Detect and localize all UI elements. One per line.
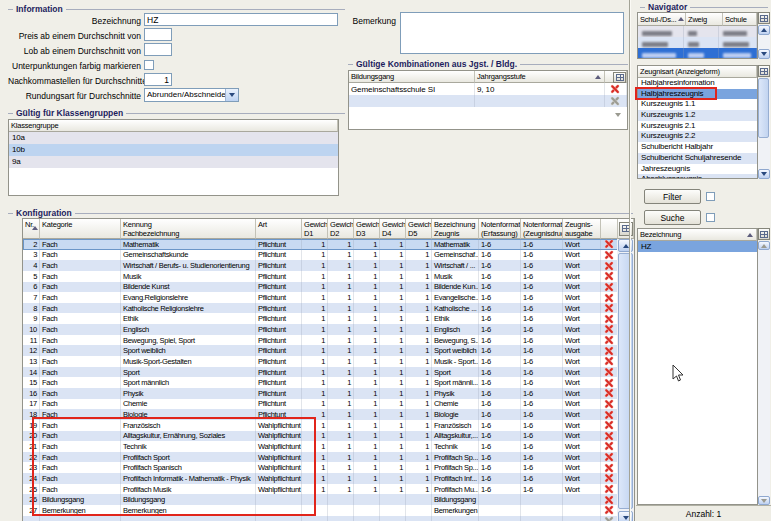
delete-row-button[interactable] bbox=[601, 484, 618, 495]
column-chooser-button[interactable] bbox=[613, 72, 626, 83]
konfiguration-row[interactable]: 15FachSport männlichPflichtunt11111Sport… bbox=[23, 377, 634, 388]
column-header-bezeichnung[interactable]: Bezeichnung bbox=[638, 229, 757, 241]
lob-input[interactable] bbox=[144, 43, 172, 56]
konfiguration-row[interactable]: 21FachTechnikWahlpflichtunt11111Technik1… bbox=[23, 441, 634, 452]
column-header[interactable]: Kategorie bbox=[40, 219, 121, 239]
bezeichnung-row[interactable]: HZ bbox=[638, 241, 757, 252]
konfiguration-row[interactable]: 3FachGemeinschaftskundePflichtunt11111Ge… bbox=[23, 250, 634, 261]
zeugnisart-item[interactable]: Abschlusszeugnis bbox=[638, 174, 757, 179]
column-header[interactable]: Notenformat (Erfassung) bbox=[479, 219, 521, 239]
column-header[interactable]: Gewicht D2 bbox=[328, 219, 354, 239]
konfiguration-row[interactable]: 16FachPhysikPflichtunt11111Physik1-61-6W… bbox=[23, 388, 634, 399]
delete-icon[interactable] bbox=[605, 495, 614, 504]
delete-row-button[interactable] bbox=[601, 494, 618, 505]
konfiguration-row[interactable] bbox=[23, 516, 634, 521]
bezeichnung-input[interactable] bbox=[144, 13, 338, 26]
delete-icon[interactable] bbox=[605, 410, 614, 419]
delete-row-button[interactable] bbox=[601, 452, 618, 463]
delete-icon[interactable] bbox=[605, 463, 614, 472]
delete-row-button[interactable] bbox=[601, 260, 618, 271]
delete-row-button[interactable] bbox=[605, 83, 627, 95]
suche-checkbox[interactable] bbox=[706, 213, 715, 222]
delete-icon[interactable] bbox=[605, 474, 614, 483]
column-chooser-button[interactable] bbox=[758, 12, 770, 24]
column-header-jahrgangsstufe[interactable]: Jahrgangsstufe bbox=[475, 71, 605, 83]
column-header-bildungsgang[interactable]: Bildungsgang bbox=[349, 71, 475, 83]
delete-row-button[interactable] bbox=[601, 345, 618, 356]
delete-row-button[interactable] bbox=[601, 505, 618, 516]
kombination-row[interactable]: Gemeinschaftsschule SI9, 10 bbox=[349, 83, 627, 95]
zeugnisart-item[interactable]: Halbjahreszeugnis bbox=[638, 89, 757, 100]
delete-row-button[interactable] bbox=[601, 335, 618, 346]
delete-row-button[interactable] bbox=[601, 388, 618, 399]
delete-row-button[interactable] bbox=[601, 239, 618, 250]
column-chooser-button[interactable] bbox=[758, 228, 770, 240]
delete-row-button[interactable] bbox=[601, 441, 618, 452]
konfiguration-row[interactable]: 8FachKatholische ReligionslehrePflichtun… bbox=[23, 303, 634, 314]
delete-row-button[interactable] bbox=[601, 282, 618, 293]
scroll-down-icon[interactable] bbox=[615, 117, 621, 127]
column-header-zweig[interactable]: Zweig bbox=[686, 13, 723, 26]
zeugnisart-item[interactable]: Schulbericht Halbjahr bbox=[638, 142, 757, 153]
delete-icon[interactable] bbox=[605, 314, 614, 323]
konfiguration-row[interactable]: 10FachEnglischPflichtunt11111Englisch1-6… bbox=[23, 324, 634, 335]
delete-icon[interactable] bbox=[611, 85, 620, 94]
delete-icon[interactable] bbox=[605, 325, 614, 334]
delete-icon[interactable] bbox=[605, 240, 614, 249]
konfiguration-row[interactable]: 19FachFranzösischWahlpflichtunt11111Fran… bbox=[23, 420, 634, 431]
column-header[interactable]: Notenformat (Zeugnisdruck) bbox=[521, 219, 563, 239]
zeugnisart-item[interactable]: Kurszeugnis 2.1 bbox=[638, 121, 757, 132]
scroll-down-button[interactable] bbox=[758, 496, 770, 505]
column-header[interactable]: Gewicht D1 bbox=[302, 219, 328, 239]
konfiguration-row[interactable]: 26BildungsgangBildungsgangBildungsgang bbox=[23, 494, 634, 505]
delete-row-button[interactable] bbox=[601, 431, 618, 442]
delete-row-button[interactable] bbox=[601, 250, 618, 261]
column-header[interactable]: Gewicht D5 bbox=[406, 219, 432, 239]
konfiguration-row[interactable]: 20FachAlltagskultur, Ernährung, Soziales… bbox=[23, 431, 634, 442]
delete-icon[interactable] bbox=[605, 293, 614, 302]
zeugnisart-item[interactable]: Halbjahresinformation bbox=[638, 78, 757, 89]
konfiguration-row[interactable]: 23FachProfilfach SpanischWahlpflichtunt1… bbox=[23, 462, 634, 473]
scroll-up-button[interactable] bbox=[758, 25, 770, 35]
nachkommastellen-input[interactable] bbox=[144, 73, 172, 86]
konfiguration-row[interactable]: 25FachProfilfach MusikWahlpflichtunt1111… bbox=[23, 484, 634, 495]
delete-row-button[interactable] bbox=[601, 356, 618, 367]
scrollbar-thumb[interactable] bbox=[758, 78, 769, 138]
school-row[interactable] bbox=[638, 26, 757, 37]
zeugnisart-item[interactable]: Schulbericht Schuljahresende bbox=[638, 153, 757, 164]
konfiguration-row[interactable]: 6FachBildende KunstPflichtunt11111Bilden… bbox=[23, 282, 634, 293]
school-scrollbar[interactable] bbox=[758, 25, 770, 59]
chevron-down-icon[interactable] bbox=[225, 89, 238, 101]
filter-checkbox[interactable] bbox=[706, 192, 715, 201]
zeugnisart-item[interactable]: Kurszeugnis 2.2 bbox=[638, 131, 757, 142]
konfiguration-row[interactable]: 2FachMathematikPflichtunt11111Mathematik… bbox=[23, 239, 634, 250]
konfiguration-row[interactable]: 7FachEvang.ReligionslehrePflichtunt11111… bbox=[23, 292, 634, 303]
column-chooser-button[interactable] bbox=[758, 65, 770, 77]
delete-icon[interactable] bbox=[605, 282, 614, 291]
unterpunktungen-checkbox[interactable] bbox=[144, 60, 154, 70]
delete-icon[interactable] bbox=[605, 506, 614, 515]
konfiguration-row[interactable]: 11FachBewegung, Spiel, SportPflichtunt11… bbox=[23, 335, 634, 346]
konfiguration-row[interactable]: 27BemerkungenBemerkungenBemerkungen bbox=[23, 505, 634, 516]
delete-row-button[interactable] bbox=[601, 313, 618, 324]
konfiguration-row[interactable]: 24FachProfilfach Informatik - Mathematik… bbox=[23, 473, 634, 484]
suche-button[interactable]: Suche bbox=[644, 210, 701, 225]
delete-icon[interactable] bbox=[605, 346, 614, 355]
filter-button[interactable]: Filter bbox=[644, 189, 701, 204]
rundungsart-select[interactable]: Abrunden/Abschneiden bbox=[144, 88, 239, 102]
school-row[interactable] bbox=[638, 37, 757, 48]
delete-row-button[interactable] bbox=[601, 399, 618, 410]
zeugnisart-item[interactable]: Kurszeugnis 1.1 bbox=[638, 99, 757, 110]
delete-row-button[interactable] bbox=[601, 409, 618, 420]
konfiguration-row[interactable]: 18FachBiologiePflichtunt11111Biologie1-6… bbox=[23, 409, 634, 420]
scroll-down-button[interactable] bbox=[758, 49, 770, 59]
delete-row-button[interactable] bbox=[601, 271, 618, 282]
konfiguration-row[interactable]: 22FachProfilfach SportWahlpflichtunt1111… bbox=[23, 452, 634, 463]
scroll-up-button[interactable] bbox=[758, 241, 770, 250]
delete-icon[interactable] bbox=[605, 304, 614, 313]
bemerkung-textarea[interactable] bbox=[400, 12, 624, 54]
zeugnisart-item[interactable]: Jahreszeugnis bbox=[638, 164, 757, 175]
delete-row-button[interactable] bbox=[601, 377, 618, 388]
delete-row-button[interactable] bbox=[601, 462, 618, 473]
delete-row-button[interactable] bbox=[601, 420, 618, 431]
